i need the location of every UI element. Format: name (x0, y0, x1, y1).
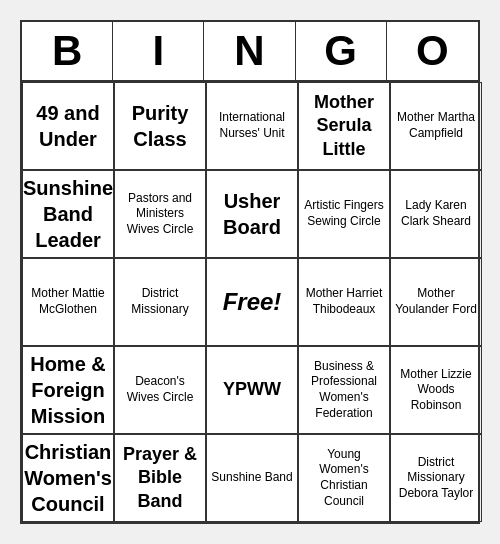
bingo-cell-7: Usher Board (206, 170, 298, 258)
bingo-cell-0: 49 and Under (22, 82, 114, 170)
bingo-cell-14: Mother Youlander Ford (390, 258, 482, 346)
bingo-letter-n: N (204, 22, 295, 80)
bingo-cell-4: Mother Martha Campfield (390, 82, 482, 170)
bingo-cell-23: Young Women's Christian Council (298, 434, 390, 522)
bingo-header: BINGO (22, 22, 478, 82)
bingo-cell-22: Sunshine Band (206, 434, 298, 522)
bingo-cell-5: Sunshine Band Leader (22, 170, 114, 258)
bingo-letter-b: B (22, 22, 113, 80)
bingo-cell-8: Artistic Fingers Sewing Circle (298, 170, 390, 258)
bingo-letter-i: I (113, 22, 204, 80)
bingo-cell-3: Mother Serula Little (298, 82, 390, 170)
bingo-cell-6: Pastors and Ministers Wives Circle (114, 170, 206, 258)
bingo-cell-13: Mother Harriet Thibodeaux (298, 258, 390, 346)
bingo-cell-17: YPWW (206, 346, 298, 434)
bingo-cell-15: Home & Foreign Mission (22, 346, 114, 434)
bingo-cell-21: Prayer & Bible Band (114, 434, 206, 522)
bingo-card: BINGO 49 and UnderPurity ClassInternatio… (20, 20, 480, 524)
bingo-cell-19: Mother Lizzie Woods Robinson (390, 346, 482, 434)
bingo-cell-10: Mother Mattie McGlothen (22, 258, 114, 346)
bingo-letter-g: G (296, 22, 387, 80)
bingo-cell-11: District Missionary (114, 258, 206, 346)
bingo-grid: 49 and UnderPurity ClassInternational Nu… (22, 82, 478, 522)
bingo-cell-16: Deacon's Wives Circle (114, 346, 206, 434)
bingo-cell-1: Purity Class (114, 82, 206, 170)
bingo-cell-24: District Missionary Debora Taylor (390, 434, 482, 522)
bingo-cell-2: International Nurses' Unit (206, 82, 298, 170)
bingo-cell-20: Christian Women's Council (22, 434, 114, 522)
bingo-cell-18: Business & Professional Women's Federati… (298, 346, 390, 434)
bingo-cell-9: Lady Karen Clark Sheard (390, 170, 482, 258)
bingo-letter-o: O (387, 22, 478, 80)
bingo-cell-12: Free! (206, 258, 298, 346)
